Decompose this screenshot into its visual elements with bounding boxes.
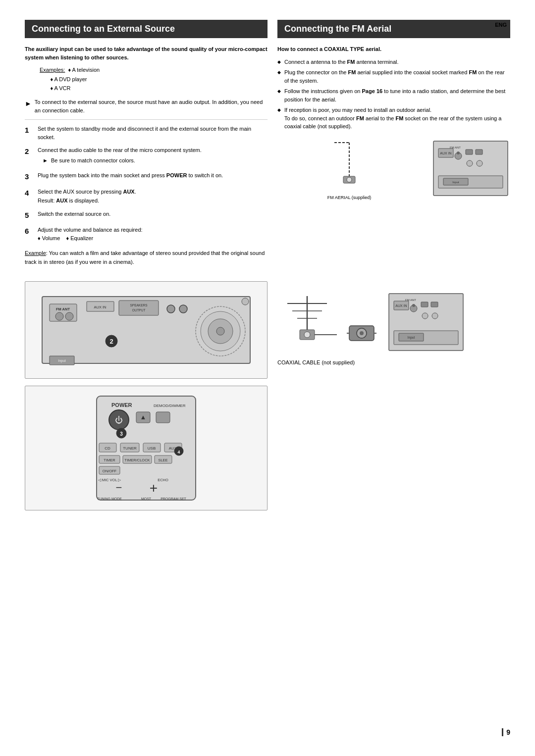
svg-point-27 — [167, 305, 175, 313]
aerial-left: FM AERIAL (supplied) — [277, 138, 421, 201]
lower-right: AUX IN FM ANT Input — [277, 281, 510, 517]
svg-text:MOST: MOST — [141, 497, 152, 501]
svg-text:Input: Input — [58, 359, 66, 363]
fm-instruction-2: Plug the connector on the FM aerial supp… — [277, 68, 510, 85]
step-1: 1 Set the system to standby mode and dis… — [25, 125, 268, 141]
svg-rect-11 — [476, 150, 482, 154]
svg-point-20 — [55, 312, 63, 320]
svg-text:POWER: POWER — [111, 402, 132, 408]
svg-text:SPEAKERS: SPEAKERS — [130, 303, 148, 307]
divider — [25, 119, 268, 120]
coaxial-diagram: AUX IN FM ANT Input — [277, 291, 510, 365]
step-5: 5 Switch the external source on. — [25, 210, 268, 221]
arrow-icon: ► — [25, 99, 32, 109]
fm-aerial-svg — [324, 138, 374, 192]
svg-text:4: 4 — [177, 450, 180, 454]
example-block: Example: You can watch a film and take a… — [25, 249, 268, 266]
step-1-num: 1 — [25, 125, 33, 141]
fm-aerial-diagram: FM AERIAL (supplied) AUX IN FM ANT — [277, 138, 510, 201]
fm-aerial-label: FM AERIAL (supplied) — [327, 194, 372, 201]
svg-rect-10 — [466, 150, 473, 154]
aux-bold: AUX — [123, 189, 134, 195]
remote-svg: POWER DEMOD/DIMMER ⏻ ▲ 3 — [82, 391, 211, 505]
svg-text:DEMOD/DIMMER: DEMOD/DIMMER — [154, 403, 186, 408]
svg-text:TIMER/CLOCK: TIMER/CLOCK — [124, 458, 150, 462]
remote-diagram: POWER DEMOD/DIMMER ⏻ ▲ 3 — [25, 386, 268, 510]
device-diagram-bottom: AUX IN FM ANT Input — [386, 291, 466, 356]
note-box: ► To connect to the external source, the… — [25, 98, 268, 114]
svg-text:+: + — [150, 480, 158, 496]
rear-panel-diagram: FM ANT AUX IN SPEAKERS OUTPUT — [25, 281, 268, 379]
svg-text:USB: USB — [148, 446, 156, 451]
note-text: To connect to the external source, the s… — [35, 98, 268, 114]
svg-text:TIMER: TIMER — [104, 458, 115, 462]
svg-text:OUTPUT: OUTPUT — [132, 308, 146, 312]
svg-point-21 — [65, 312, 73, 320]
fm-instruction-1: Connect a antenna to the FM antenna term… — [277, 58, 510, 66]
step-2: 2 Connect the audio cable to the rear of… — [25, 146, 268, 166]
rear-panel-svg: FM ANT AUX IN SPEAKERS OUTPUT — [37, 287, 255, 373]
step-4-result: Result: AUX is displayed. — [38, 197, 268, 205]
svg-text:−: − — [116, 481, 122, 494]
svg-text:SLEE: SLEE — [158, 458, 167, 462]
fm-instruction-3: Follow the instructions given on Page 16… — [277, 87, 510, 103]
svg-text:FM ANT: FM ANT — [56, 307, 70, 311]
step-3: 3 Plug the system back into the main soc… — [25, 171, 268, 183]
coax-connector — [347, 291, 376, 356]
coaxial-label: COAXIAL CABLE (not supplied) — [277, 359, 510, 365]
svg-point-90 — [412, 304, 415, 307]
step-5-content: Switch the external source on. — [38, 210, 268, 221]
svg-text:FM ANT: FM ANT — [405, 299, 416, 302]
coax-aerial-left — [277, 291, 337, 356]
svg-text:Input: Input — [452, 181, 459, 184]
svg-text:TUNER: TUNER — [123, 446, 137, 451]
step-4-content: Select the AUX source by pressing AUX. R… — [38, 188, 268, 205]
step-3-num: 3 — [25, 171, 33, 183]
left-column: Connecting to an External Source The aux… — [25, 20, 268, 266]
step-2-content: Connect the audio cable to the rear of t… — [38, 146, 268, 166]
steps-container: 1 Set the system to standby mode and dis… — [25, 125, 268, 242]
fm-instructions: Connect a antenna to the FM antenna term… — [277, 58, 510, 131]
step-2-subnote: ► Be sure to match connector colors. — [43, 156, 268, 165]
svg-text:ECHO: ECHO — [158, 478, 168, 482]
device-diagram-top: AUX IN FM ANT Input — [431, 139, 510, 201]
svg-text:TUNING MODE: TUNING MODE — [97, 497, 122, 501]
coax-connector-svg — [347, 291, 376, 355]
svg-point-32 — [216, 327, 224, 335]
page: ENG Connecting to an External Source The… — [0, 0, 535, 756]
step-3-content: Plug the system back into the main socke… — [38, 171, 268, 183]
svg-text:FM ANT: FM ANT — [450, 146, 461, 149]
coaxial-row: AUX IN FM ANT Input — [277, 291, 510, 356]
step-1-content: Set the system to standby mode and disco… — [38, 125, 268, 141]
step-6: 6 Adjust the volume and balance as requi… — [25, 226, 268, 242]
power-bold: POWER — [166, 172, 187, 178]
result-aux-bold: AUX — [56, 198, 67, 203]
fm-content: How to connect a COAXIAL TYPE aerial. Co… — [277, 45, 510, 201]
svg-text:2: 2 — [109, 338, 113, 345]
svg-text:▲: ▲ — [140, 413, 147, 421]
svg-text:AUX IN: AUX IN — [440, 151, 451, 155]
svg-text:⏻: ⏻ — [115, 416, 123, 424]
examples-label: Examples: — [40, 67, 65, 73]
device-top-svg: AUX IN FM ANT Input — [431, 139, 510, 198]
lower-section: FM ANT AUX IN SPEAKERS OUTPUT — [25, 281, 510, 517]
example-label: Example — [25, 250, 46, 256]
svg-point-79 — [304, 332, 310, 338]
step-6-num: 6 — [25, 226, 33, 242]
step-2-num: 2 — [25, 146, 33, 166]
right-column: Connecting the FM Aerial How to connect … — [277, 20, 510, 266]
intro-text: The auxiliary input can be used to take … — [25, 45, 268, 61]
eng-badge: ENG — [491, 20, 510, 30]
left-section-title: Connecting to an External Source — [25, 20, 268, 38]
svg-point-94 — [422, 313, 428, 319]
svg-text:CD: CD — [105, 446, 110, 451]
svg-point-37 — [242, 298, 249, 305]
step-4: 4 Select the AUX source by pressing AUX.… — [25, 188, 268, 205]
lower-left: FM ANT AUX IN SPEAKERS OUTPUT — [25, 281, 268, 517]
svg-text:AUX IN: AUX IN — [395, 304, 407, 307]
svg-point-28 — [179, 305, 187, 313]
fm-instruction-4: If reception is poor, you may need to in… — [277, 106, 510, 131]
svg-text:Input: Input — [408, 336, 415, 340]
svg-rect-93 — [431, 302, 438, 307]
svg-point-83 — [360, 331, 364, 335]
